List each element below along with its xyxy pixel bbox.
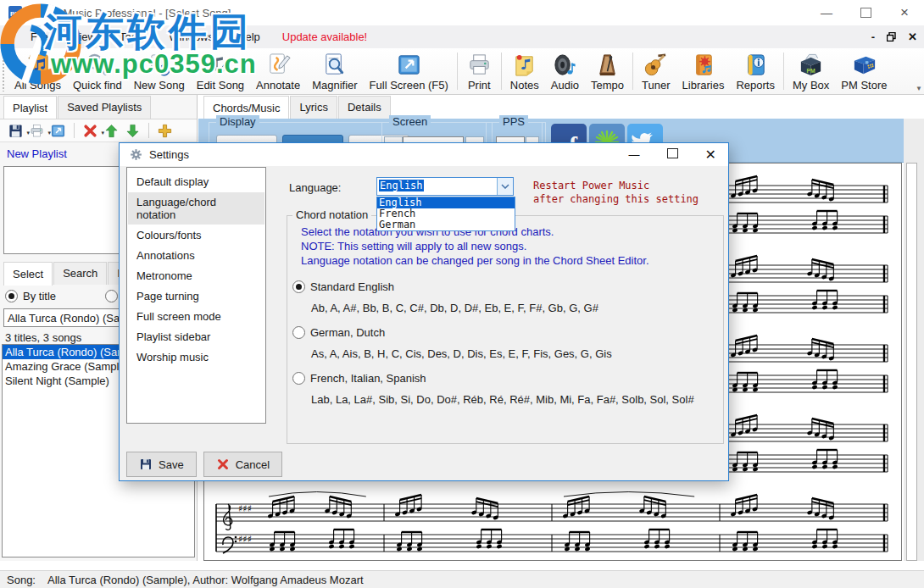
- settings-nav-default-display[interactable]: Default display: [128, 172, 264, 191]
- settings-nav-page-turning[interactable]: Page turning: [128, 286, 264, 306]
- toolbar-libraries-button[interactable]: Libraries: [676, 51, 731, 92]
- by-title-radio[interactable]: [5, 290, 18, 302]
- box-icon: PM: [798, 52, 824, 78]
- toolbar-notes-button[interactable]: Notes: [504, 51, 545, 92]
- next-page-edge[interactable]: [906, 163, 917, 561]
- delete-icon[interactable]: ▾: [82, 123, 98, 139]
- language-dropdown-list: EnglishFrenchGerman: [376, 197, 515, 231]
- playlist-toolbar: ▾▾▾: [0, 119, 197, 142]
- save-button[interactable]: Save: [126, 452, 197, 477]
- save-icon[interactable]: ▾: [8, 123, 24, 139]
- chevron-down-icon[interactable]: [497, 178, 513, 195]
- mdi-restore-button[interactable]: [887, 32, 896, 42]
- settings-nav-playlist-sidebar[interactable]: Playlist sidebar: [128, 327, 264, 347]
- menu-item-view[interactable]: View: [60, 27, 108, 47]
- notation-option-standard-english[interactable]: Standard English: [292, 280, 716, 293]
- toolbar-button-label: All Songs: [14, 79, 61, 92]
- language-combo[interactable]: English: [376, 177, 514, 196]
- toolbar-audio-button[interactable]: Audio: [545, 51, 585, 92]
- page-magnifier-icon: [321, 52, 348, 78]
- tab-details[interactable]: Details: [338, 96, 391, 119]
- chord-notation-group-title: Chord notation: [292, 208, 371, 221]
- menu-item-file[interactable]: File: [19, 27, 60, 47]
- settings-nav-worship-music[interactable]: Worship music: [128, 347, 264, 367]
- toolbar-overflow-icon[interactable]: ▼: [916, 85, 922, 92]
- settings-nav-language-chord-notation[interactable]: Language/chord notation: [128, 192, 264, 225]
- move-up-icon[interactable]: [103, 123, 120, 139]
- settings-nav-annotations[interactable]: Annotations: [128, 246, 264, 265]
- toolbar-button-label: Tempo: [591, 79, 624, 92]
- menu-item-tools[interactable]: Tools: [108, 27, 157, 47]
- toolbar-print-button[interactable]: Print: [460, 51, 498, 92]
- settings-nav-colours-fonts[interactable]: Colours/fonts: [128, 225, 264, 245]
- tab-select[interactable]: Select: [3, 262, 53, 286]
- tab-saved-playlists[interactable]: Saved Playlists: [58, 96, 151, 119]
- toolbar-reports-button[interactable]: Reports: [730, 51, 781, 92]
- chord-notation-group: Chord notation Select the notation you w…: [287, 215, 724, 444]
- fullscreen-icon: [396, 52, 422, 78]
- mdi-minimize-button[interactable]: -: [871, 33, 875, 42]
- notation-option-german-dutch[interactable]: German, Dutch: [292, 326, 716, 339]
- display-icon[interactable]: [50, 123, 66, 139]
- toolbar-button-label: Tuner: [642, 79, 670, 92]
- settings-nav-metronome[interactable]: Metronome: [128, 266, 264, 286]
- toolbar-button-label: Edit Song: [197, 79, 244, 92]
- print-icon[interactable]: ▾: [29, 123, 45, 139]
- settings-nav-full-screen-mode[interactable]: Full screen mode: [128, 307, 264, 326]
- annotate-pen-icon: [265, 52, 292, 78]
- toolbar-button-label: Quick find: [73, 79, 122, 92]
- gear-icon: [129, 147, 143, 162]
- toolbar-button-label: Print: [468, 79, 491, 92]
- toolbar-pm-store-button[interactable]: PM Store: [835, 51, 893, 92]
- toolbar-edit-song-button[interactable]: Edit Song: [191, 51, 250, 92]
- songbook-icon: ▾: [25, 52, 51, 78]
- notation-option-french-italian-spanish[interactable]: French, Italian, Spanish: [292, 372, 716, 385]
- notation-radio[interactable]: [292, 372, 305, 385]
- dialog-maximize-button[interactable]: [667, 148, 678, 161]
- window-maximize-button[interactable]: [846, 0, 885, 25]
- notation-radio[interactable]: [292, 280, 305, 293]
- toolbar-magnifier-button[interactable]: Magnifier: [306, 51, 363, 92]
- mdi-close-button[interactable]: ✕: [908, 33, 917, 42]
- language-option-german[interactable]: German: [377, 219, 515, 230]
- toolbar-my-box-button[interactable]: PMMy Box: [787, 51, 835, 92]
- update-available-notice[interactable]: Update available!: [282, 31, 367, 43]
- restart-note: Restart Power Music after changing this …: [533, 179, 699, 206]
- note-plus-icon: [146, 52, 172, 78]
- toolbar-button-label: Annotate: [256, 79, 300, 92]
- toolbar-annotate-button[interactable]: Annotate: [250, 51, 306, 92]
- window-close-button[interactable]: ×: [885, 0, 924, 25]
- notation-option-label: Standard English: [310, 280, 394, 293]
- toolbar-button-label: Magnifier: [312, 79, 357, 92]
- dialog-minimize-button[interactable]: —: [629, 148, 640, 161]
- tab-search[interactable]: Search: [53, 262, 107, 285]
- add-icon[interactable]: [157, 123, 173, 139]
- tab-playlist[interactable]: Playlist: [3, 96, 57, 119]
- toolbar-new-song-button[interactable]: New Song: [128, 51, 191, 92]
- toolbar-quick-find-button[interactable]: Quick find: [67, 51, 128, 92]
- notation-radio[interactable]: [292, 326, 305, 339]
- magnifier-icon: [84, 52, 110, 78]
- printer-icon: [466, 52, 493, 78]
- toolbar-tuner-button[interactable]: Tuner: [636, 51, 676, 92]
- note-pencil-icon: [207, 52, 233, 78]
- dialog-close-button[interactable]: ✕: [705, 147, 716, 163]
- chevron-down-icon[interactable]: ▾: [55, 65, 58, 73]
- toolbar-full-screen-f5-button[interactable]: Full Screen (F5): [364, 51, 454, 92]
- tab-lyrics[interactable]: Lyrics: [290, 96, 337, 119]
- move-down-icon[interactable]: [125, 123, 141, 139]
- toolbar-tempo-button[interactable]: Tempo: [585, 51, 630, 92]
- menu-item-windows[interactable]: Windows: [157, 27, 225, 47]
- menu-item-help[interactable]: Help: [225, 27, 272, 47]
- new-playlist-link[interactable]: New Playlist: [7, 147, 67, 160]
- language-combo-value: English: [377, 178, 497, 195]
- svg-text:PM: PM: [807, 68, 816, 74]
- toolbar-button-label: PM Store: [841, 79, 887, 92]
- cancel-button[interactable]: Cancel: [203, 452, 282, 477]
- toolbar-all-songs-button[interactable]: ▾All Songs: [8, 51, 67, 92]
- by-author-radio[interactable]: [105, 290, 118, 302]
- svg-text:PM: PM: [10, 10, 20, 18]
- window-minimize-button[interactable]: —: [807, 0, 846, 25]
- titlebar: PM Power Music Professional - [Select So…: [0, 0, 924, 25]
- red-x-icon: [216, 458, 230, 471]
